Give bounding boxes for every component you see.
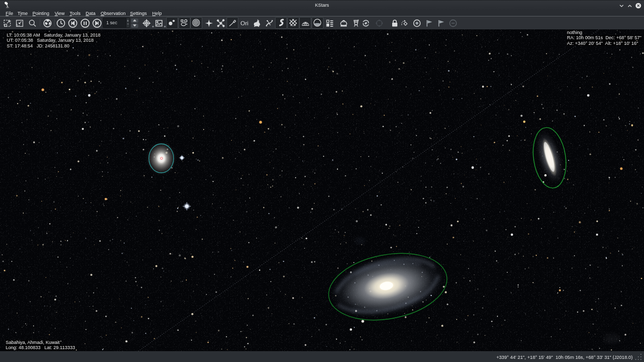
- svg-text:Ori: Ori: [240, 20, 248, 26]
